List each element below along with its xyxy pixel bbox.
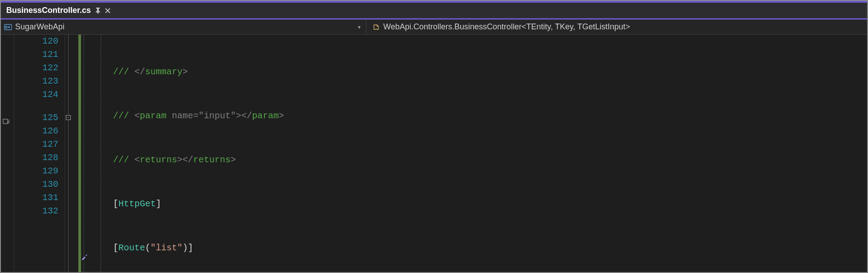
pin-icon[interactable] bbox=[95, 8, 101, 14]
chevron-down-icon: ▾ bbox=[358, 24, 361, 30]
glyph-margin bbox=[1, 35, 14, 272]
tab-businesscontroller[interactable]: BusinessController.cs bbox=[1, 3, 116, 18]
svg-rect-2 bbox=[3, 119, 8, 124]
line-number: 122 bbox=[14, 61, 58, 75]
code-line[interactable]: /// <returns></returns> bbox=[113, 153, 867, 167]
line-number: 127 bbox=[14, 138, 58, 151]
line-number: 129 bbox=[14, 165, 58, 178]
code-line[interactable]: [Route("list")] bbox=[113, 241, 867, 255]
line-number-gutter: 120 121 122 123 124 125 126 127 128 129 … bbox=[14, 35, 65, 272]
line-number: 126 bbox=[14, 124, 58, 138]
line-number: 120 bbox=[14, 35, 58, 48]
code-line[interactable]: /// <param name="input"></param> bbox=[113, 109, 867, 123]
nav-project-name: SugarWebApi bbox=[15, 22, 65, 32]
screwdriver-icon[interactable] bbox=[59, 246, 88, 269]
line-number: 128 bbox=[14, 151, 58, 165]
nav-scope-name: WebApi.Controllers.BusinessController<TE… bbox=[383, 22, 630, 32]
class-icon bbox=[372, 23, 381, 32]
line-number: 131 bbox=[14, 191, 58, 205]
collapse-toggle-icon[interactable]: - bbox=[66, 115, 71, 120]
change-indicator-icon bbox=[3, 118, 10, 124]
line-number: 125 bbox=[14, 111, 58, 124]
code-line[interactable]: [HttpGet] bbox=[113, 197, 867, 211]
line-number: 121 bbox=[14, 48, 58, 61]
tab-filename: BusinessController.cs bbox=[6, 6, 91, 15]
line-number: 130 bbox=[14, 178, 58, 191]
code-editor[interactable]: 120 121 122 123 124 125 126 127 128 129 … bbox=[1, 35, 867, 272]
code-content[interactable]: /// </summary> /// <param name="input"><… bbox=[113, 35, 867, 272]
nav-scope-dropdown[interactable]: WebApi.Controllers.BusinessController<TE… bbox=[366, 20, 630, 34]
line-number: 124 bbox=[14, 88, 58, 101]
code-line[interactable]: /// </summary> bbox=[113, 65, 867, 79]
svg-point-1 bbox=[5, 26, 7, 28]
line-number: 123 bbox=[14, 75, 58, 88]
nav-project-dropdown[interactable]: SugarWebApi ▾ bbox=[1, 22, 366, 32]
csharp-project-icon bbox=[4, 23, 12, 32]
close-icon[interactable] bbox=[105, 8, 110, 13]
navigation-bar: SugarWebApi ▾ WebApi.Controllers.Busines… bbox=[1, 20, 867, 35]
outline-gutter[interactable]: - bbox=[65, 35, 78, 272]
indent-guides bbox=[81, 35, 113, 272]
line-number: 132 bbox=[14, 205, 58, 218]
tab-bar: BusinessController.cs bbox=[1, 3, 867, 20]
